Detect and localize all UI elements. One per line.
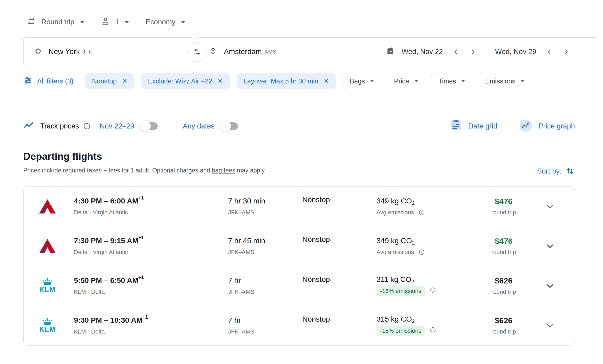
- chips-scroll-fade: [563, 73, 603, 89]
- emissions-comparison: -16% emissions: [376, 284, 469, 296]
- flight-duration: 7 hr: [228, 276, 302, 285]
- vertical-divider: [171, 119, 171, 134]
- info-icon[interactable]: [430, 287, 436, 293]
- origin-city: New York: [48, 47, 80, 56]
- cabin-class-select[interactable]: Economy: [146, 18, 185, 26]
- flight-times: 4:30 PM – 6:00 AM+1: [74, 197, 228, 205]
- info-icon[interactable]: [419, 249, 425, 255]
- return-date-next-button[interactable]: [562, 48, 570, 56]
- return-date-prev-button[interactable]: [545, 48, 553, 56]
- view-options: Date grid Price graph: [450, 119, 575, 134]
- destination-airport-code: AMS: [264, 49, 276, 55]
- any-dates-toggle[interactable]: [221, 122, 238, 130]
- plus-days: +1: [143, 314, 148, 320]
- chevron-down-icon: [545, 321, 555, 331]
- price-graph-button[interactable]: Price graph: [538, 122, 575, 130]
- expand-flight-button[interactable]: [538, 201, 562, 211]
- price-disclaimer: Prices include required taxes + fees for…: [23, 167, 575, 174]
- flight-times: 5:50 PM – 6:50 AM+1: [74, 276, 228, 285]
- all-filters-button[interactable]: All filters (3): [23, 76, 73, 87]
- flight-row-klm-550pm[interactable]: KLM 5:50 PM – 6:50 AM+1 KLM · Delta 7 hr…: [24, 266, 575, 306]
- flight-airlines: KLM · Delta: [74, 328, 228, 335]
- price-unit: round trip: [469, 209, 538, 216]
- flight-times: 7:30 PM – 9:15 AM+1: [74, 237, 228, 245]
- emissions-note: Avg emissions: [376, 209, 469, 216]
- depart-date-next-button[interactable]: [469, 48, 477, 56]
- price-filter-dropdown[interactable]: Price: [387, 73, 425, 89]
- toggle-thumb: [220, 121, 231, 132]
- flight-row-delta-730pm[interactable]: 7:30 PM – 9:15 AM+1 Delta · Virgin Atlan…: [24, 226, 575, 266]
- date-grid-button[interactable]: Date grid: [468, 122, 497, 130]
- trip-type-select[interactable]: Round trip: [26, 16, 84, 28]
- trip-type-label: Round trip: [41, 18, 74, 26]
- flight-airlines: Delta · Virgin Atlantic: [74, 249, 228, 256]
- chip-label: Emissions: [485, 77, 515, 85]
- sort-by-button[interactable]: Sort by:: [537, 166, 575, 176]
- emissions-badge: -16% emissions: [376, 286, 425, 296]
- date-range-field: Wed, Nov 22 Wed, Nov 29: [375, 37, 598, 66]
- flight-duration: 7 hr 30 min: [228, 197, 302, 205]
- search-row: New York JFK Amsterdam AMS Wed, Nov 22: [23, 37, 575, 66]
- plus-days: +1: [138, 235, 144, 240]
- times-filter-dropdown[interactable]: Times: [431, 73, 472, 89]
- location-pin-icon: [209, 47, 217, 56]
- passengers-select[interactable]: 1: [101, 17, 129, 28]
- chip-label: Bags: [350, 77, 365, 85]
- flight-duration: 7 hr 45 min: [228, 237, 302, 245]
- cabin-class-label: Economy: [146, 18, 176, 26]
- plus-days: +1: [138, 275, 144, 280]
- price-graph-icon: [519, 119, 533, 134]
- info-icon[interactable]: [83, 122, 91, 130]
- flight-route: JFK–AMS: [228, 288, 302, 295]
- track-dates-label[interactable]: Nov 22–29: [100, 122, 134, 130]
- flight-row-klm-930pm[interactable]: KLM 9:30 PM – 10:30 AM+1 KLM · Delta 7 h…: [24, 306, 575, 345]
- track-dates-toggle[interactable]: [141, 122, 158, 130]
- emissions-filter-dropdown[interactable]: Emissions: [478, 73, 552, 89]
- origin-airport-code: JFK: [82, 49, 92, 55]
- toggle-thumb: [140, 121, 151, 132]
- close-icon[interactable]: ✕: [323, 77, 329, 85]
- price-unit: round trip: [469, 288, 538, 295]
- bags-filter-dropdown[interactable]: Bags: [343, 73, 381, 89]
- sort-by-label: Sort by:: [537, 167, 562, 175]
- expand-flight-button[interactable]: [538, 281, 562, 291]
- flight-stops: Nonstop: [302, 275, 376, 284]
- filter-chip-nonstop[interactable]: Nonstop ✕: [85, 73, 134, 89]
- info-icon[interactable]: [430, 327, 436, 333]
- chevron-down-icon: [545, 281, 555, 291]
- flight-row-delta-430pm[interactable]: 4:30 PM – 6:00 AM+1 Delta · Virgin Atlan…: [24, 187, 575, 226]
- expand-flight-button[interactable]: [538, 241, 562, 251]
- flight-duration: 7 hr: [228, 316, 302, 325]
- close-icon[interactable]: ✕: [122, 77, 127, 85]
- flight-route: JFK–AMS: [228, 209, 302, 216]
- date-divider: [486, 42, 486, 61]
- flight-times: 9:30 PM – 10:30 AM+1: [74, 316, 228, 325]
- round-trip-arrows-icon: [26, 16, 36, 28]
- bag-fees-link[interactable]: bag fees: [212, 167, 235, 174]
- return-date[interactable]: Wed, Nov 29: [495, 48, 537, 56]
- depart-date[interactable]: Wed, Nov 22: [402, 48, 443, 56]
- origin-input[interactable]: New York JFK: [23, 37, 193, 66]
- info-icon[interactable]: [419, 209, 425, 216]
- flight-stops: Nonstop: [302, 196, 376, 204]
- flight-price: $476: [469, 237, 538, 246]
- expand-flight-button[interactable]: [538, 321, 562, 331]
- flight-price: $476: [469, 197, 538, 206]
- flight-route: JFK–AMS: [228, 249, 302, 256]
- swap-locations-button[interactable]: [187, 42, 207, 62]
- flight-co2: 315 kg CO2: [376, 315, 469, 323]
- flight-airlines: Delta · Virgin Atlantic: [74, 209, 228, 216]
- filter-chip-layover[interactable]: Layover: Max 5 hr 30 min ✕: [237, 73, 336, 89]
- emissions-comparison: -15% emissions: [376, 323, 469, 336]
- chevron-down-icon: [545, 201, 555, 211]
- any-dates-label[interactable]: Any dates: [183, 122, 215, 130]
- person-icon: [101, 17, 110, 28]
- close-icon[interactable]: ✕: [218, 77, 223, 85]
- chip-label: Layover: Max 5 hr 30 min: [243, 77, 318, 85]
- chevron-down-icon: [370, 80, 374, 82]
- tune-filter-icon: [23, 76, 32, 87]
- klm-logo-icon: KLM: [29, 278, 66, 294]
- filter-chip-exclude-airline[interactable]: Exclude: Wizz Air +22 ✕: [141, 73, 230, 89]
- depart-date-prev-button[interactable]: [452, 48, 460, 56]
- destination-input[interactable]: Amsterdam AMS: [197, 37, 390, 66]
